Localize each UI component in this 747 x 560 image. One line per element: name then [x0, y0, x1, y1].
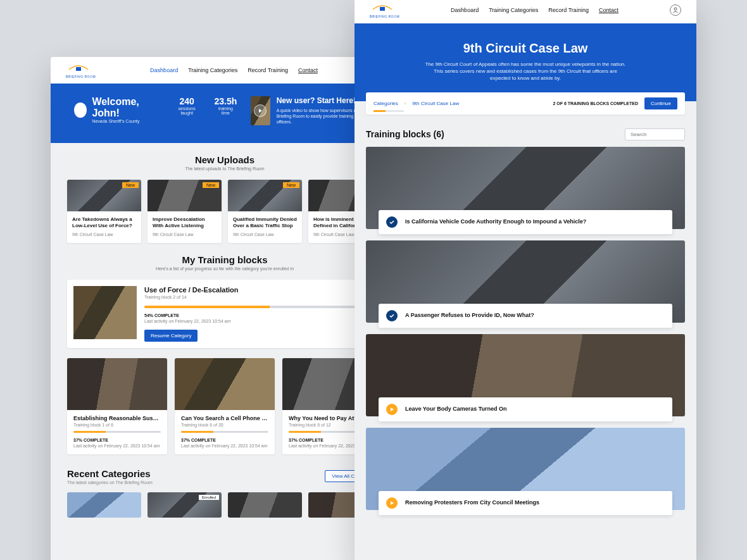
upload-card[interactable]: New Qualified Immunity Denied Over a Bas… — [228, 180, 302, 243]
new-badge: New — [203, 182, 219, 188]
block-thumb — [175, 358, 275, 410]
block-activity: Last activity on February 22, 2023 10:54… — [181, 444, 268, 448]
upload-title: Qualified Immunity Denied Over a Basic T… — [233, 216, 297, 230]
upload-category: 9th Circuit Case Law — [153, 232, 217, 237]
brand-logo[interactable]: BRIEFING ROOM — [370, 2, 399, 18]
nav-contact[interactable]: Contact — [599, 7, 618, 13]
training-block-card[interactable]: A Passenger Refuses to Provide ID, Now W… — [366, 240, 685, 323]
nav-record-training[interactable]: Record Training — [248, 67, 288, 73]
featured-activity: Last activity on February 22, 2023 10:54… — [144, 319, 376, 323]
training-block-card[interactable]: Is California Vehicle Code Authority Eno… — [366, 147, 685, 229]
brand-name: BRIEFING ROOM — [370, 15, 399, 18]
block-subtitle: Training block 6 of 20 — [181, 423, 268, 427]
nav-training-categories[interactable]: Training Categories — [489, 7, 538, 13]
block-title: Removing Protesters From City Council Me… — [405, 499, 539, 507]
block-title: Is California Vehicle Code Authority Eno… — [405, 218, 586, 226]
my-blocks-heading: My Training blocks — [67, 254, 382, 265]
welcome-heading: Welcome, John! — [92, 96, 159, 119]
recent-sub: The latest categories on The Briefing Ro… — [67, 480, 153, 485]
recent-header: Recent Categories The latest categories … — [67, 468, 382, 485]
hero: Welcome, John! Nevada Sheriff's County 2… — [51, 84, 399, 143]
svg-rect-3 — [380, 7, 385, 11]
block-percent: 37% COMPLETE — [181, 438, 268, 442]
featured-title: Use of Force / De-Escalation — [144, 286, 376, 294]
enrolled-badge: Enrolled — [199, 495, 219, 500]
brand-logo[interactable]: BRIEFING ROOM — [66, 62, 96, 78]
block-title: Leave Your Body Cameras Turned On — [405, 406, 507, 413]
recent-heading: Recent Categories — [67, 468, 153, 479]
crumb-progress-bar — [374, 110, 404, 112]
new-badge: New — [283, 182, 299, 188]
nav-dashboard[interactable]: Dashboard — [150, 67, 178, 73]
svg-marker-2 — [259, 109, 262, 113]
crumb-progress-label: 2 OF 6 TRAINING BLOCKS COMPLETED — [553, 101, 638, 106]
nav-dashboard[interactable]: Dashboard — [451, 7, 479, 13]
detail-title: 9th Circuit Case Law — [374, 41, 677, 56]
training-blocks-list: Is California Vehicle Code Authority Eno… — [355, 147, 696, 510]
recent-category-thumb[interactable] — [228, 492, 302, 518]
play-icon — [386, 404, 398, 415]
featured-progress — [144, 306, 376, 308]
blocks-heading: Training blocks (6) — [366, 129, 444, 139]
check-icon — [386, 216, 398, 228]
start-here-thumb — [251, 96, 270, 125]
nav-training-categories[interactable]: Training Categories — [188, 67, 237, 73]
block-subtitle: Training block 1 of 8 — [73, 423, 161, 427]
upload-title: Are Takedowns Always a Low-Level Use of … — [72, 216, 136, 230]
block-title: Establishing Reasonable Suspicion — [73, 415, 161, 421]
new-uploads-section: New Uploads The latest uploads to The Br… — [51, 143, 399, 243]
my-blocks-sub: Here's a list of your progress so far wi… — [67, 266, 382, 271]
stat-sessions: 240 sessions taught — [173, 96, 201, 115]
nav-contact[interactable]: Contact — [298, 67, 318, 73]
upload-card[interactable]: New Improve Deescalation With Active Lis… — [148, 180, 222, 243]
training-block-card[interactable]: Removing Protesters From City Council Me… — [366, 428, 685, 510]
check-icon — [386, 310, 398, 321]
block-progress — [181, 431, 268, 433]
user-badge-avatar — [74, 103, 87, 118]
training-block-card[interactable]: Establishing Reasonable Suspicion Traini… — [67, 358, 167, 454]
header: BRIEFING ROOM Dashboard Training Categor… — [51, 57, 399, 84]
detail-page: BRIEFING ROOM Dashboard Training Categor… — [355, 0, 696, 560]
new-uploads-sub: The latest uploads to The Briefing Room — [67, 166, 382, 171]
training-blocks-header: Training blocks (6) — [366, 128, 685, 140]
nav-record-training[interactable]: Record Training — [548, 7, 589, 13]
new-badge: New — [122, 182, 139, 188]
play-icon — [254, 104, 267, 117]
stat-sessions-value: 240 — [173, 96, 201, 106]
stat-time-value: 23.5h — [214, 96, 237, 106]
svg-rect-0 — [76, 67, 81, 71]
detail-hero: 9th Circuit Case Law The 9th Circuit Cou… — [355, 23, 696, 101]
continue-button[interactable]: Continue — [644, 97, 677, 109]
featured-percent: 54% COMPLETE — [144, 313, 376, 318]
crumb-categories[interactable]: Categories — [374, 101, 398, 106]
brand-name: BRIEFING ROOM — [66, 75, 96, 78]
dashboard-page: BRIEFING ROOM Dashboard Training Categor… — [51, 57, 399, 560]
chevron-right-icon: › — [405, 101, 406, 106]
upload-card[interactable]: New Are Takedowns Always a Low-Level Use… — [67, 180, 141, 243]
featured-thumb — [73, 286, 137, 339]
svg-marker-6 — [391, 501, 394, 505]
nav: Dashboard Training Categories Record Tra… — [451, 7, 618, 13]
featured-training-card[interactable]: Use of Force / De-Escalation Training bl… — [67, 280, 382, 348]
welcome-subtitle: Nevada Sheriff's County — [92, 119, 159, 123]
search-input[interactable] — [625, 128, 685, 140]
upload-category: 9th Circuit Case Law — [72, 232, 136, 237]
block-thumb — [67, 358, 167, 410]
resume-category-button[interactable]: Resume Category — [144, 330, 198, 342]
training-block-card[interactable]: Leave Your Body Cameras Turned On — [366, 334, 685, 416]
block-progress — [73, 431, 161, 433]
training-block-card[interactable]: Can You Search a Cell Phone Inci… Traini… — [175, 358, 275, 454]
featured-subtitle: Training block 2 of 14 — [144, 295, 376, 299]
recent-category-thumb[interactable]: Enrolled — [148, 492, 222, 518]
stat-time: 23.5h training time — [214, 96, 237, 115]
new-uploads-heading: New Uploads — [67, 154, 382, 165]
my-blocks-section: My Training blocks Here's a list of your… — [51, 243, 399, 518]
breadcrumb-card: Categories › 9th Circuit Case Law 2 OF 6… — [366, 92, 685, 115]
user-avatar[interactable] — [670, 4, 681, 16]
crumb-current: 9th Circuit Case Law — [412, 101, 459, 106]
upload-category: 9th Circuit Case Law — [233, 232, 297, 237]
block-percent: 37% COMPLETE — [73, 438, 161, 442]
user-icon — [672, 7, 679, 13]
recent-category-thumb[interactable] — [67, 492, 141, 518]
play-icon — [386, 497, 398, 509]
